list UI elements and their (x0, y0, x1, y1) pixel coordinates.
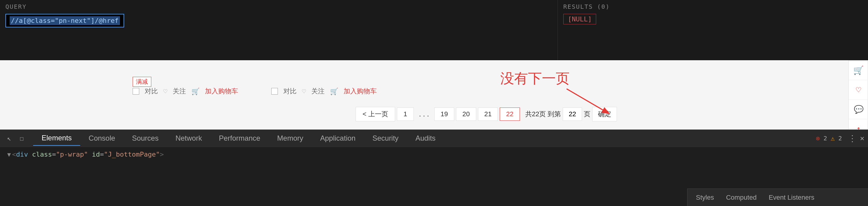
devtools-panel: ↖ ☐ Elements Console Sources Network Per… (0, 130, 868, 206)
cart-icon-2: 🛒 (330, 88, 338, 95)
results-value: [NULL] (568, 15, 592, 23)
tab-application[interactable]: Application (312, 131, 364, 145)
tab-sources[interactable]: Sources (124, 131, 167, 145)
heart-icon-2: ♡ (302, 88, 306, 95)
compare-label-2: 对比 (283, 87, 297, 96)
compare-checkbox-1[interactable] (133, 88, 139, 95)
svg-line-1 (567, 89, 603, 110)
favorite-label-1: 关注 (173, 87, 186, 96)
page-22-btn[interactable]: 22 (500, 107, 520, 121)
page-20-btn[interactable]: 20 (456, 107, 476, 121)
favorite-label-2: 关注 (311, 87, 324, 96)
cart-icon-1: 🛒 (191, 88, 199, 95)
results-label: RESULTS (0) (558, 0, 868, 12)
page-19-btn[interactable]: 19 (434, 107, 454, 121)
computed-label[interactable]: Computed (726, 194, 757, 202)
warn-count: 2 (838, 135, 842, 142)
heart-icon-1: ♡ (163, 88, 167, 95)
close-devtools-icon[interactable]: ✕ (860, 134, 864, 142)
more-options-icon[interactable]: ⋮ (848, 133, 857, 143)
warn-icon: ⚠ (831, 135, 835, 142)
error-count: 2 (824, 135, 827, 142)
tab-performance[interactable]: Performance (210, 131, 269, 145)
prev-page-btn[interactable]: < 上一页 (355, 107, 395, 122)
event-listeners-label[interactable]: Event Listeners (769, 194, 814, 202)
float-heart-icon[interactable]: ♡ (849, 80, 868, 100)
tab-console[interactable]: Console (80, 131, 124, 145)
float-cart-icon[interactable]: 🛒 (849, 61, 868, 80)
tab-memory[interactable]: Memory (269, 131, 312, 145)
query-value[interactable]: //a[@class="pn-next"]/@href (10, 16, 120, 25)
tab-security[interactable]: Security (364, 131, 407, 145)
tab-elements[interactable]: Elements (33, 131, 80, 146)
compare-label-1: 对比 (145, 87, 158, 96)
add-to-cart-btn-2[interactable]: 加入购物车 (344, 87, 377, 96)
devtools-inspect-icon[interactable]: ↖ (4, 133, 14, 144)
error-icon: ⊗ (816, 135, 820, 142)
right-panel-labels: Styles Computed Event Listeners (687, 188, 868, 206)
no-next-page-label: 没有下一页 (500, 69, 569, 88)
total-label: 共22页 到第 (525, 110, 561, 119)
devtools-device-icon[interactable]: ☐ (16, 133, 27, 144)
arrow-icon (564, 86, 612, 116)
query-section: QUERY //a[@class="pn-next"]/@href (0, 0, 558, 60)
product-actions-1: 对比 ♡ 关注 🛒 加入购物车 (133, 87, 238, 96)
styles-label[interactable]: Styles (696, 194, 714, 202)
page-21-btn[interactable]: 21 (478, 107, 498, 121)
compare-checkbox-2[interactable] (271, 88, 278, 95)
manzhan-badge: 满减 (133, 77, 151, 87)
expand-triangle[interactable]: ▼ (7, 151, 11, 158)
devtools-tab-bar: ↖ ☐ Elements Console Sources Network Per… (0, 130, 868, 147)
tab-audits[interactable]: Audits (407, 131, 444, 145)
ellipsis: ... (415, 110, 433, 118)
product-actions-2: 对比 ♡ 关注 🛒 加入购物车 (271, 87, 377, 96)
results-section: RESULTS (0) [NULL] (558, 0, 868, 60)
tab-network[interactable]: Network (167, 131, 210, 145)
page-1-btn[interactable]: 1 (397, 107, 414, 121)
float-chat-icon[interactable]: 💬 (849, 100, 868, 119)
query-label: QUERY (0, 0, 558, 12)
add-to-cart-btn-1[interactable]: 加入购物车 (205, 87, 238, 96)
